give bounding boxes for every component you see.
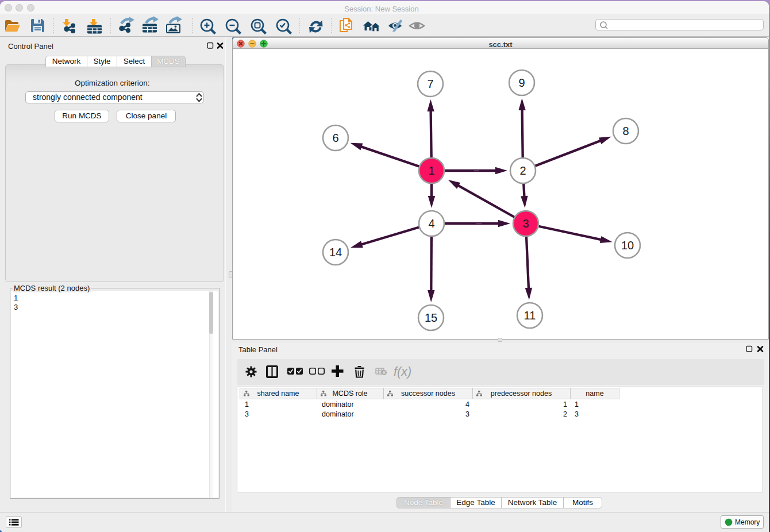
svg-text:1: 1: [575, 400, 579, 408]
svg-text:1: 1: [428, 164, 434, 177]
svg-text:1: 1: [563, 400, 567, 408]
svg-text:dominator: dominator: [322, 410, 354, 418]
svg-text:3: 3: [465, 410, 469, 418]
svg-text:name: name: [586, 390, 603, 398]
svg-text:10: 10: [621, 239, 634, 252]
svg-text:6: 6: [332, 132, 338, 144]
svg-text:dominator: dominator: [322, 400, 354, 408]
svg-text:9: 9: [518, 76, 525, 89]
svg-text:3: 3: [245, 410, 249, 418]
svg-text:14: 14: [329, 246, 342, 259]
svg-text:7: 7: [427, 78, 433, 90]
svg-text:11: 11: [524, 309, 536, 322]
svg-text:2: 2: [519, 164, 526, 177]
svg-text:f(x): f(x): [394, 365, 411, 379]
svg-text:8: 8: [622, 125, 629, 137]
svg-text:3: 3: [522, 217, 529, 230]
svg-text:1: 1: [245, 400, 249, 408]
svg-text:predecessor nodes: predecessor nodes: [491, 390, 552, 398]
svg-text:4: 4: [465, 400, 469, 408]
svg-text:2: 2: [563, 410, 567, 418]
svg-text:4: 4: [428, 217, 434, 230]
svg-text:3: 3: [575, 410, 579, 418]
svg-text:successor nodes: successor nodes: [401, 390, 455, 398]
svg-text:15: 15: [425, 311, 437, 324]
svg-text:shared name: shared name: [257, 390, 299, 398]
svg-text:MCDS role: MCDS role: [332, 390, 367, 398]
